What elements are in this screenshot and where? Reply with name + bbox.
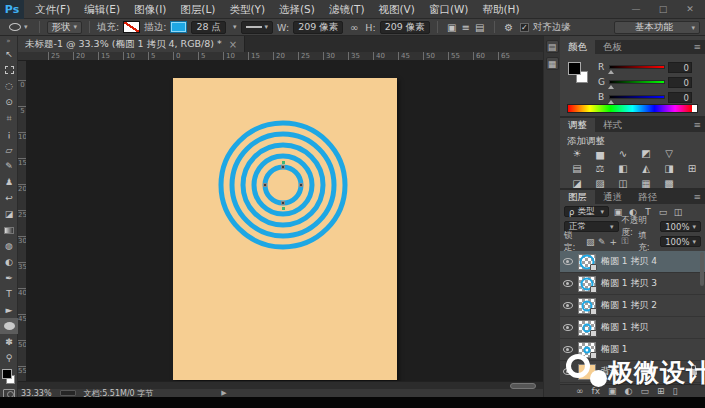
clone-stamp-tool[interactable]: ♟ <box>0 174 18 190</box>
lasso-tool[interactable]: ◌ <box>0 78 18 94</box>
brush-tool[interactable]: ✎ <box>0 158 18 174</box>
dodge-tool[interactable]: ◐ <box>0 254 18 270</box>
ellipse-tool[interactable] <box>0 318 18 334</box>
layer-thumbnail[interactable] <box>578 364 596 380</box>
layer-thumbnail[interactable] <box>578 254 596 270</box>
menu-item-6[interactable]: 滤镜(T) <box>322 0 372 19</box>
lock-transparent-pixels-icon[interactable]: ▨ <box>586 237 595 247</box>
invert-icon[interactable]: ◪ <box>570 177 584 190</box>
layers-panel-menu-icon[interactable]: ≡ <box>693 190 701 204</box>
posterize-icon[interactable]: ▨ <box>593 177 607 190</box>
curves-icon[interactable]: ∿ <box>616 147 630 160</box>
minimize-button[interactable]: — <box>629 4 643 14</box>
threshold-icon[interactable]: ◫ <box>616 177 630 190</box>
history-brush-tool[interactable]: ↩ <box>0 190 18 206</box>
new-group-icon[interactable]: ▭ <box>640 386 649 396</box>
status-expand-icon[interactable]: ▶ <box>221 389 226 397</box>
lock-position-icon[interactable]: + <box>609 237 618 247</box>
layer-visibility-eye-icon[interactable] <box>563 258 573 265</box>
stroke-width-dropdown-icon[interactable]: ▾ <box>233 23 237 31</box>
channel-slider[interactable] <box>609 95 665 99</box>
layers-tab-0[interactable]: 图层 <box>560 190 595 204</box>
layer-thumbnail[interactable] <box>578 320 596 336</box>
layer-thumbnail[interactable] <box>578 342 596 358</box>
color-tab-1[interactable]: 色板 <box>595 40 630 54</box>
layer-row[interactable]: 椭圆 1 拷贝 <box>560 317 705 339</box>
menu-item-2[interactable]: 图像(I) <box>127 0 173 19</box>
adjustments-tab-0[interactable]: 调整 <box>560 118 595 132</box>
layer-thumbnail[interactable] <box>578 276 596 292</box>
healing-brush-tool[interactable]: ▱ <box>0 142 18 158</box>
delete-layer-icon[interactable]: ▯ <box>672 386 677 396</box>
layer-row[interactable]: 背景 <box>560 361 705 383</box>
align-edges-checkbox[interactable]: ✓ <box>520 23 529 32</box>
layer-row[interactable]: 椭圆 1 <box>560 339 705 361</box>
collapsed-panel-icon-2[interactable]: ▦ <box>546 57 559 70</box>
path-anchor-point[interactable] <box>281 201 285 205</box>
color-balance-icon[interactable]: ⚖ <box>593 162 607 175</box>
vibrance-icon[interactable]: ▽ <box>662 147 676 160</box>
canvas-viewport[interactable] <box>27 61 543 381</box>
move-tool[interactable]: ↖ <box>0 46 18 62</box>
menu-item-8[interactable]: 窗口(W) <box>422 0 476 19</box>
eraser-tool[interactable]: ◪ <box>0 206 18 222</box>
filter-shape-layers-icon[interactable]: ▭ <box>657 207 669 217</box>
color-lookup-icon[interactable]: ⊞ <box>685 162 699 175</box>
tool-preset-picker[interactable]: ▾ <box>5 21 32 34</box>
adjustments-tab-1[interactable]: 样式 <box>595 118 630 132</box>
layers-scrollbar[interactable] <box>700 252 704 286</box>
tool-mode-select[interactable]: 形状▾ <box>47 21 83 34</box>
channel-slider[interactable] <box>609 65 665 69</box>
color-spectrum-bar[interactable] <box>567 104 698 113</box>
brightness-contrast-icon[interactable]: ☀ <box>570 147 584 160</box>
fill-input[interactable]: 100%▾ <box>660 236 701 247</box>
photo-filter-icon[interactable]: ◭ <box>639 162 653 175</box>
layer-row[interactable]: 椭圆 1 拷贝 2 <box>560 295 705 317</box>
layers-tab-1[interactable]: 通道 <box>595 190 630 204</box>
levels-icon[interactable]: ▅ <box>593 147 607 160</box>
layer-visibility-eye-icon[interactable] <box>563 302 573 309</box>
stroke-width-input[interactable]: 28 点 <box>191 21 226 34</box>
color-tab-0[interactable]: 颜色 <box>560 40 595 54</box>
menu-item-3[interactable]: 图层(L) <box>173 0 222 19</box>
maximize-button[interactable]: □ <box>656 4 670 14</box>
link-layers-icon[interactable]: ∞ <box>576 386 584 396</box>
hue-saturation-icon[interactable]: ▤ <box>570 162 584 175</box>
path-operations-icon[interactable]: ▣ <box>445 22 459 33</box>
layer-thumbnail[interactable] <box>578 298 596 314</box>
channel-slider[interactable] <box>609 80 665 84</box>
eyedropper-tool[interactable]: ¡ <box>0 126 18 142</box>
link-dimensions-icon[interactable]: ∞ <box>347 22 361 33</box>
filter-smart-objects-icon[interactable]: ◫ <box>672 207 684 217</box>
new-layer-icon[interactable]: ⊞ <box>657 386 665 396</box>
workspace-switcher[interactable]: 基本功能▾ <box>614 21 700 34</box>
menu-item-5[interactable]: 选择(S) <box>272 0 322 19</box>
adjustments-panel-menu-icon[interactable]: ≡ <box>693 118 701 132</box>
gradient-tool[interactable] <box>0 222 18 238</box>
new-adjustment-layer-icon[interactable]: ◐ <box>625 386 633 396</box>
pen-tool[interactable]: ✒ <box>0 270 18 286</box>
fill-swatch[interactable] <box>123 21 140 33</box>
tab-close-icon[interactable]: × <box>229 39 237 50</box>
lock-image-pixels-icon[interactable]: ✎ <box>598 237 607 247</box>
channel-mixer-icon[interactable]: ◨ <box>662 162 676 175</box>
layer-row[interactable]: 椭圆 1 拷贝 3 <box>560 273 705 295</box>
panel-foreground-swatch[interactable] <box>568 62 581 75</box>
menu-item-0[interactable]: 文件(F) <box>28 0 77 19</box>
layer-effects-icon[interactable]: fx <box>592 386 601 396</box>
lock-all-icon[interactable]: ⚿ <box>621 236 630 247</box>
channel-value[interactable]: 0 <box>668 62 692 73</box>
blur-tool[interactable]: ◍ <box>0 238 18 254</box>
layers-tab-2[interactable]: 路径 <box>630 190 665 204</box>
layer-visibility-eye-icon[interactable] <box>563 280 573 287</box>
close-button[interactable]: ✕ <box>683 4 697 14</box>
menu-item-1[interactable]: 编辑(E) <box>77 0 127 19</box>
hand-tool[interactable]: ✽ <box>0 334 18 350</box>
foreground-color-swatch[interactable] <box>2 369 12 379</box>
zoom-tool[interactable]: ⚲ <box>0 350 18 366</box>
document-tab[interactable]: 未标题-1 @ 33.3% (椭圆 1 拷贝 4, RGB/8) * × <box>18 36 245 52</box>
toolbar-collapse-icon[interactable]: » <box>0 36 17 46</box>
selective-color-icon[interactable]: ▦ <box>639 177 653 190</box>
path-anchor-point[interactable] <box>263 183 267 187</box>
layer-filter-kind-select[interactable]: ρ类型▾ <box>564 206 609 217</box>
